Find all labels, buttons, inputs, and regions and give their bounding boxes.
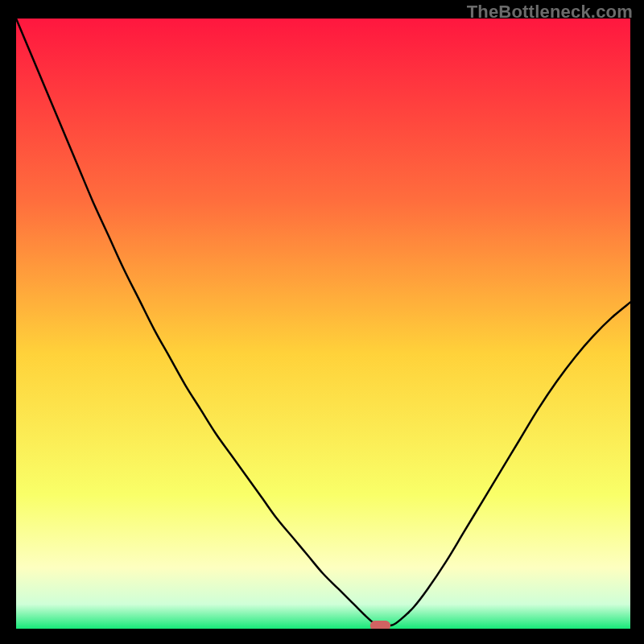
chart-frame: TheBottleneck.com bbox=[0, 0, 644, 644]
watermark-text: TheBottleneck.com bbox=[467, 2, 633, 23]
plot-area bbox=[16, 19, 630, 629]
gradient-background bbox=[16, 19, 630, 629]
bottleneck-chart bbox=[16, 19, 630, 629]
optimal-point-marker bbox=[370, 621, 390, 629]
